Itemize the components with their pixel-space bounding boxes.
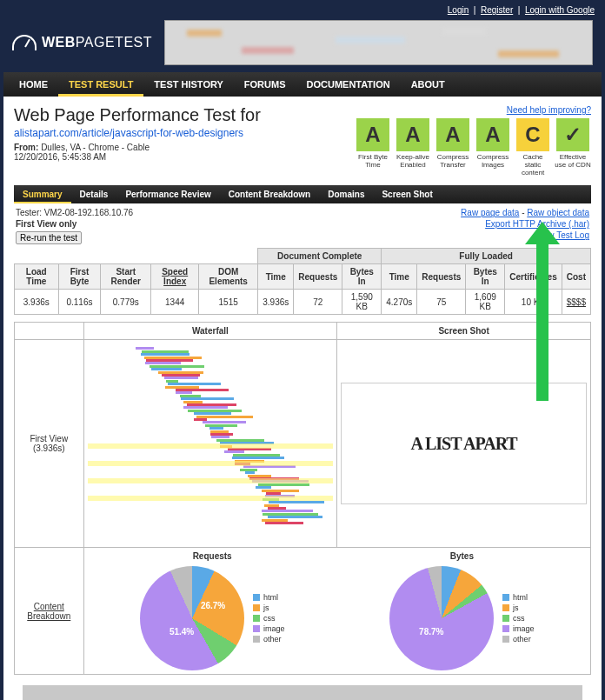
subnav-content-breakdown[interactable]: Content Breakdown [220, 185, 319, 203]
grade-box[interactable]: A [476, 118, 509, 151]
first-view-label: First View(3.936s) [15, 340, 84, 548]
login-link[interactable]: Login [448, 5, 469, 15]
views-table: Waterfall Screen Shot First View(3.936s)… [14, 322, 591, 675]
grade-label: Keep-alive Enabled [395, 154, 431, 170]
subnav-details[interactable]: Details [71, 185, 117, 203]
grade-box[interactable]: A [356, 118, 389, 151]
content-breakdown-label[interactable]: Content Breakdown [15, 548, 84, 675]
register-link[interactable]: Register [481, 5, 513, 15]
tested-url[interactable]: alistapart.com/article/javascript-for-we… [14, 127, 243, 139]
nav-documentation[interactable]: DOCUMENTATION [296, 72, 401, 97]
help-link[interactable]: Need help improving? [507, 105, 591, 115]
grade-label: Compress Transfer [435, 154, 471, 170]
footer-bar [23, 685, 582, 700]
grade-label: Compress Images [475, 154, 511, 170]
gauge-icon [12, 35, 37, 50]
test-meta: From: Dulles, VA - Chrome - Cable 12/20/… [14, 143, 355, 162]
logo[interactable]: WEBPAGETEST [12, 35, 152, 50]
subnav-screenshot[interactable]: Screen Shot [373, 185, 441, 203]
raw-object-link[interactable]: Raw object data [527, 208, 589, 217]
pie-chart[interactable]: 78.7% [389, 566, 494, 670]
metrics-table: Document Complete Fully Loaded Load Time… [14, 248, 591, 315]
grade-box[interactable]: A [436, 118, 469, 151]
grade-label: First Byte Time [355, 154, 391, 170]
export-har-link[interactable]: Export HTTP Archive (.har) [485, 219, 589, 229]
subnav-perf-review[interactable]: Performance Review [116, 185, 219, 203]
grade-box[interactable]: ✓ [556, 118, 589, 151]
screenshot-thumb[interactable]: A LIST APART [341, 383, 587, 504]
page-title: Web Page Performance Test for [14, 105, 355, 125]
ad-banner [164, 20, 593, 65]
main-nav: HOME TEST RESULT TEST HISTORY FORUMS DOC… [3, 72, 602, 97]
nav-test-history[interactable]: TEST HISTORY [143, 72, 233, 97]
login-google-link[interactable]: Login with Google [525, 5, 595, 15]
subnav-domains[interactable]: Domains [319, 185, 373, 203]
waterfall-chart[interactable] [88, 343, 334, 543]
grade-label: Effective use of CDN [555, 154, 591, 170]
nav-about[interactable]: ABOUT [401, 72, 455, 97]
tester-info: Tester: VM2-08-192.168.10.76 First View … [16, 207, 133, 244]
nav-home[interactable]: HOME [9, 72, 58, 97]
subnav-summary[interactable]: Summary [14, 185, 71, 203]
pie-chart[interactable]: 51.4%26.7% [140, 566, 244, 670]
sub-nav: Summary Details Performance Review Conte… [14, 185, 591, 203]
grade-box[interactable]: A [396, 118, 429, 151]
grade-box[interactable]: C [516, 118, 549, 151]
nav-forums[interactable]: FORUMS [234, 72, 296, 97]
view-log-link[interactable]: View Test Log [535, 230, 589, 240]
raw-page-link[interactable]: Raw page data [461, 208, 519, 217]
grade-label: Cache static content [515, 154, 551, 177]
nav-test-result[interactable]: TEST RESULT [58, 72, 143, 97]
rerun-button[interactable]: Re-run the test [16, 231, 82, 244]
auth-links: Login | Register | Login with Google [3, 3, 602, 15]
